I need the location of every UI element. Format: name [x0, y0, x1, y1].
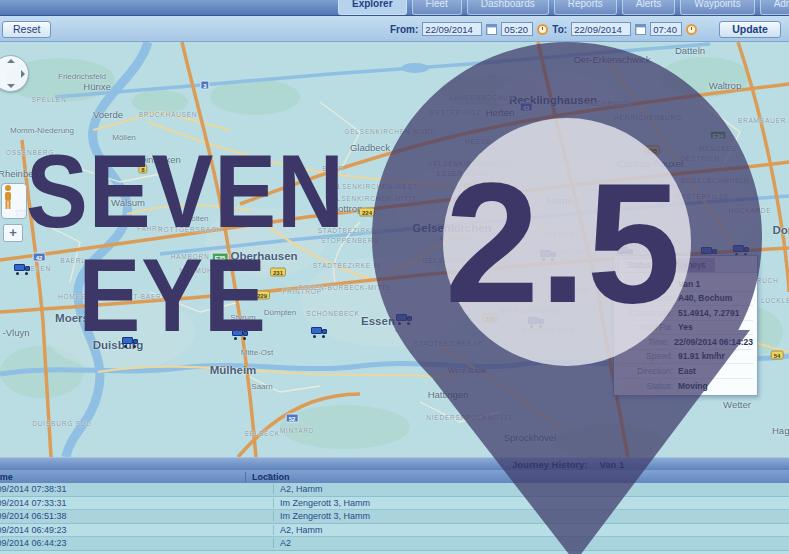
map-label: Friedrichsfeld: [58, 72, 106, 81]
tab-fleet[interactable]: Fleet: [412, 0, 462, 15]
map-label: GRUMME: [558, 249, 592, 256]
pan-up-icon[interactable]: [7, 59, 15, 63]
pan-right-icon[interactable]: [21, 70, 25, 78]
map-label: Gladbeck: [350, 142, 390, 153]
table-cell-location: Im Zengerott 3, Hamm: [273, 498, 789, 508]
column-header-location[interactable]: Location: [245, 472, 789, 482]
popup-field-label: Name:: [618, 279, 678, 289]
table-cell-location: Im Zengerott 3, Hamm: [273, 511, 789, 521]
map-label: WESTERFILDE: [674, 193, 729, 200]
road-shield-icon: 43: [520, 103, 533, 112]
map-label: MENGEDE: [699, 145, 737, 152]
tab-waypoints[interactable]: Waypoints: [680, 0, 754, 15]
popup-field-label: Direction:: [618, 366, 678, 376]
vehicle-marker-icon[interactable]: [396, 314, 413, 325]
map-label: WESTERHOLT: [429, 109, 482, 116]
map-label: BODELSCHWINGH: [681, 177, 750, 184]
road-shield-icon: E34: [710, 131, 727, 140]
map-label: LÜCKLE: [761, 297, 789, 304]
popup-field-label: Valid Fix:: [618, 322, 678, 332]
sort-arrow-icon[interactable]: ▼: [266, 472, 273, 479]
journey-history-title: Journey History:Van 1: [512, 459, 624, 470]
tab-explorer[interactable]: Explorer: [338, 0, 407, 15]
pegman-icon: [2, 184, 14, 210]
update-button[interactable]: Update: [719, 21, 781, 38]
table-row[interactable]: 22/09/2014 06:49:23A2, Hamm: [0, 524, 789, 538]
clock-icon[interactable]: [537, 24, 548, 35]
popup-tab-journeys[interactable]: Journeys: [662, 258, 715, 272]
journey-history-bar: Journey History:Van 1: [0, 457, 789, 470]
brand-overlay: SEVEN EYE: [26, 140, 319, 348]
tab-dashboards[interactable]: Dashboards: [467, 0, 549, 15]
map-label: Sprockhövel: [504, 432, 556, 443]
tab-label: Waypoints: [694, 0, 740, 9]
calendar-icon[interactable]: [486, 24, 497, 35]
popup-tabs: StatusJourneys: [614, 256, 757, 273]
map-label: BRUCKHAUSEN: [139, 111, 198, 118]
road-shield-icon: 226: [482, 314, 498, 323]
tab-label: Fleet: [426, 0, 448, 9]
vehicle-status-popup: StatusJourneys Name:Van 1Location:A40, B…: [613, 255, 758, 396]
popup-field-label: Time:: [618, 337, 674, 347]
table-row[interactable]: 22/09/2014 07:33:31Im Zengerott 3, Hamm: [0, 497, 789, 511]
popup-field-value: East: [678, 366, 696, 376]
road-shield-icon: 224: [359, 208, 375, 217]
from-time-input[interactable]: [501, 22, 533, 36]
map-label: Herten: [486, 107, 515, 118]
map-label: DUISBURG SUD: [32, 420, 91, 427]
map-label: BOCHUM NORD: [588, 240, 647, 247]
tab-label: Admin: [774, 0, 789, 9]
vehicle-marker-icon[interactable]: [540, 250, 557, 261]
tab-label: Dashboards: [481, 0, 535, 9]
vehicle-marker-icon[interactable]: [477, 286, 494, 297]
reset-button[interactable]: Reset: [2, 21, 51, 38]
column-header-time[interactable]: Time: [0, 472, 245, 482]
table-row[interactable]: [0, 551, 789, 554]
clock-icon[interactable]: [686, 24, 697, 35]
map-label: Hagen: [772, 425, 789, 436]
tab-label: Reports: [568, 0, 603, 9]
pan-down-icon[interactable]: [7, 84, 15, 88]
to-time-input[interactable]: [650, 22, 682, 36]
brand-line2: EYE: [26, 244, 319, 348]
table-header: Time ▼ Location: [0, 470, 789, 483]
from-date-input[interactable]: [422, 22, 482, 36]
vehicle-marker-icon[interactable]: [528, 317, 545, 328]
popup-field-value: 51.4914, 7.2791: [678, 308, 739, 318]
map-label: SELBECK: [244, 430, 280, 437]
filter-bar: Reset From: To: Update: [0, 16, 789, 42]
table-row[interactable]: 22/09/2014 06:51:38Im Zengerott 3, Hamm: [0, 510, 789, 524]
popup-tab-status[interactable]: Status: [618, 258, 660, 272]
popup-field: Name:Van 1: [618, 277, 753, 292]
map-label: ALTSTADT: [439, 235, 478, 242]
map-label: Waltrop: [709, 80, 741, 91]
tab-reports[interactable]: Reports: [554, 0, 617, 15]
tab-admin[interactable]: Admin: [760, 0, 789, 15]
map-label: Mülheim: [210, 364, 257, 376]
map-label: Castrop-Rauxel: [617, 158, 683, 169]
tab-alerts[interactable]: Alerts: [622, 0, 676, 15]
brand-line1: SEVEN: [26, 140, 319, 244]
popup-field-value: 22/09/2014 06:14:23: [674, 337, 753, 347]
popup-field: Time:22/09/2014 06:14:23: [618, 335, 753, 350]
seveneye-app: ExplorerFleetDashboardsReportsAlertsWayp…: [0, 0, 789, 554]
zoom-in-button[interactable]: +: [3, 224, 23, 242]
table-row[interactable]: 22/09/2014 06:44:23A2: [0, 537, 789, 551]
map-label: HUCKARDE: [729, 207, 772, 214]
popup-field-value: A40, Bochum: [678, 293, 732, 303]
popup-field-value: 91.91 km/hr: [678, 351, 725, 361]
popup-field: Direction:East: [618, 364, 753, 379]
streetview-pegman-button[interactable]: [1, 183, 27, 219]
map-label: RIEMKE: [545, 231, 575, 238]
calendar-icon[interactable]: [635, 24, 646, 35]
popup-field-value: Van 1: [678, 279, 700, 289]
to-date-input[interactable]: [571, 22, 631, 36]
road-shield-icon: 3: [200, 81, 209, 90]
map-label: NIEDERSPROCKHÖVEL: [426, 414, 514, 421]
popup-body: Name:Van 1Location:A40, BochumCoordinate…: [614, 273, 757, 393]
journey-history-label: Journey History:: [512, 459, 588, 470]
map-label: STADTBEZIRKE IX: [414, 340, 483, 347]
map-label: Gelsenkirchen: [412, 222, 491, 234]
table-row[interactable]: 22/09/2014 07:38:31A2, Hamm: [0, 483, 789, 497]
table-cell-location: A2, Hamm: [273, 484, 789, 494]
